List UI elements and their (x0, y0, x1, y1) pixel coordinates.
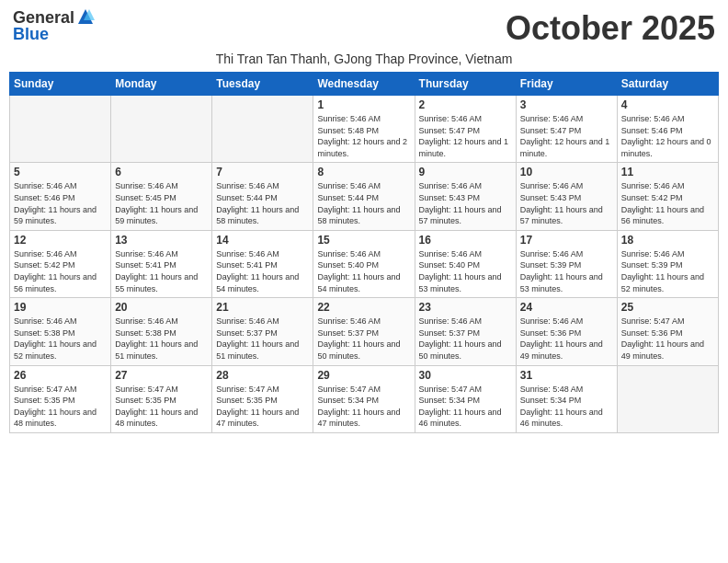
day-number: 18 (621, 234, 714, 247)
subtitle: Thi Tran Tan Thanh, GJong Thap Province,… (9, 52, 719, 66)
day-info: Sunrise: 5:46 AMSunset: 5:48 PMDaylight:… (317, 113, 410, 159)
calendar-cell: 6Sunrise: 5:46 AMSunset: 5:45 PMDaylight… (111, 163, 212, 230)
calendar-cell: 8Sunrise: 5:46 AMSunset: 5:44 PMDaylight… (313, 163, 415, 230)
calendar-cell: 3Sunrise: 5:46 AMSunset: 5:47 PMDaylight… (516, 96, 617, 163)
day-info: Sunrise: 5:46 AMSunset: 5:38 PMDaylight:… (115, 316, 208, 362)
day-number: 10 (520, 166, 613, 178)
day-info: Sunrise: 5:46 AMSunset: 5:40 PMDaylight:… (317, 248, 410, 294)
logo-icon (76, 7, 95, 26)
weekday-header-sunday: Sunday (10, 73, 111, 96)
calendar-week-row: 1Sunrise: 5:46 AMSunset: 5:48 PMDaylight… (10, 96, 719, 163)
day-number: 6 (115, 166, 208, 178)
day-info: Sunrise: 5:46 AMSunset: 5:37 PMDaylight:… (419, 316, 512, 362)
day-info: Sunrise: 5:46 AMSunset: 5:42 PMDaylight:… (621, 180, 714, 226)
day-info: Sunrise: 5:46 AMSunset: 5:39 PMDaylight:… (520, 248, 613, 294)
day-number: 9 (419, 166, 512, 178)
calendar-cell: 4Sunrise: 5:46 AMSunset: 5:46 PMDaylight… (617, 96, 718, 163)
calendar-cell: 25Sunrise: 5:47 AMSunset: 5:36 PMDayligh… (617, 298, 718, 365)
calendar-week-row: 12Sunrise: 5:46 AMSunset: 5:42 PMDayligh… (10, 230, 719, 297)
day-info: Sunrise: 5:46 AMSunset: 5:41 PMDaylight:… (216, 248, 309, 294)
calendar-cell: 21Sunrise: 5:46 AMSunset: 5:37 PMDayligh… (212, 298, 313, 365)
day-info: Sunrise: 5:46 AMSunset: 5:46 PMDaylight:… (14, 180, 107, 226)
calendar-week-row: 19Sunrise: 5:46 AMSunset: 5:38 PMDayligh… (10, 298, 719, 365)
day-number: 13 (115, 234, 208, 247)
day-info: Sunrise: 5:46 AMSunset: 5:44 PMDaylight:… (317, 180, 410, 226)
day-info: Sunrise: 5:48 AMSunset: 5:34 PMDaylight:… (520, 384, 613, 430)
day-info: Sunrise: 5:47 AMSunset: 5:34 PMDaylight:… (419, 384, 512, 430)
day-info: Sunrise: 5:46 AMSunset: 5:45 PMDaylight:… (115, 180, 208, 226)
calendar-cell: 1Sunrise: 5:46 AMSunset: 5:48 PMDaylight… (313, 96, 415, 163)
logo-blue-text: Blue (13, 26, 49, 42)
weekday-header-saturday: Saturday (617, 73, 718, 96)
day-info: Sunrise: 5:46 AMSunset: 5:41 PMDaylight:… (115, 248, 208, 294)
calendar-cell: 7Sunrise: 5:46 AMSunset: 5:44 PMDaylight… (212, 163, 313, 230)
logo: General Blue (13, 9, 95, 42)
calendar-week-row: 5Sunrise: 5:46 AMSunset: 5:46 PMDaylight… (10, 163, 719, 230)
calendar-cell: 12Sunrise: 5:46 AMSunset: 5:42 PMDayligh… (10, 230, 111, 297)
day-number: 23 (419, 301, 512, 314)
calendar-cell: 15Sunrise: 5:46 AMSunset: 5:40 PMDayligh… (313, 230, 415, 297)
calendar-cell: 16Sunrise: 5:46 AMSunset: 5:40 PMDayligh… (415, 230, 516, 297)
calendar-cell: 5Sunrise: 5:46 AMSunset: 5:46 PMDaylight… (10, 163, 111, 230)
calendar-cell: 30Sunrise: 5:47 AMSunset: 5:34 PMDayligh… (415, 365, 516, 432)
calendar-cell (212, 96, 313, 163)
page-header: General Blue October 2025 (9, 9, 719, 48)
day-info: Sunrise: 5:47 AMSunset: 5:35 PMDaylight:… (14, 384, 107, 430)
day-number: 4 (621, 98, 714, 111)
calendar-cell: 27Sunrise: 5:47 AMSunset: 5:35 PMDayligh… (111, 365, 212, 432)
calendar-cell: 24Sunrise: 5:46 AMSunset: 5:36 PMDayligh… (516, 298, 617, 365)
day-info: Sunrise: 5:46 AMSunset: 5:47 PMDaylight:… (520, 113, 613, 159)
day-number: 28 (216, 369, 309, 382)
calendar-cell (111, 96, 212, 163)
calendar-cell: 22Sunrise: 5:46 AMSunset: 5:37 PMDayligh… (313, 298, 415, 365)
day-number: 25 (621, 301, 714, 314)
day-number: 26 (14, 369, 107, 382)
calendar-cell: 26Sunrise: 5:47 AMSunset: 5:35 PMDayligh… (10, 365, 111, 432)
calendar-cell (617, 365, 718, 432)
calendar-cell: 10Sunrise: 5:46 AMSunset: 5:43 PMDayligh… (516, 163, 617, 230)
day-info: Sunrise: 5:46 AMSunset: 5:46 PMDaylight:… (621, 113, 714, 159)
calendar-week-row: 26Sunrise: 5:47 AMSunset: 5:35 PMDayligh… (10, 365, 719, 432)
day-info: Sunrise: 5:47 AMSunset: 5:35 PMDaylight:… (216, 384, 309, 430)
day-info: Sunrise: 5:46 AMSunset: 5:40 PMDaylight:… (419, 248, 512, 294)
day-info: Sunrise: 5:46 AMSunset: 5:39 PMDaylight:… (621, 248, 714, 294)
day-number: 11 (621, 166, 714, 178)
weekday-header-tuesday: Tuesday (212, 73, 313, 96)
weekday-header-monday: Monday (111, 73, 212, 96)
day-number: 2 (419, 98, 512, 111)
day-info: Sunrise: 5:46 AMSunset: 5:44 PMDaylight:… (216, 180, 309, 226)
day-info: Sunrise: 5:47 AMSunset: 5:34 PMDaylight:… (317, 384, 410, 430)
calendar-cell: 29Sunrise: 5:47 AMSunset: 5:34 PMDayligh… (313, 365, 415, 432)
weekday-header-thursday: Thursday (415, 73, 516, 96)
day-number: 8 (317, 166, 410, 178)
day-number: 20 (115, 301, 208, 314)
calendar-cell: 9Sunrise: 5:46 AMSunset: 5:43 PMDaylight… (415, 163, 516, 230)
day-info: Sunrise: 5:47 AMSunset: 5:35 PMDaylight:… (115, 384, 208, 430)
day-info: Sunrise: 5:46 AMSunset: 5:47 PMDaylight:… (419, 113, 512, 159)
day-number: 14 (216, 234, 309, 247)
calendar-cell: 28Sunrise: 5:47 AMSunset: 5:35 PMDayligh… (212, 365, 313, 432)
day-info: Sunrise: 5:47 AMSunset: 5:36 PMDaylight:… (621, 316, 714, 362)
day-number: 3 (520, 98, 613, 111)
day-number: 5 (14, 166, 107, 178)
day-number: 7 (216, 166, 309, 178)
calendar-cell: 31Sunrise: 5:48 AMSunset: 5:34 PMDayligh… (516, 365, 617, 432)
day-number: 1 (317, 98, 410, 111)
calendar-cell: 11Sunrise: 5:46 AMSunset: 5:42 PMDayligh… (617, 163, 718, 230)
day-number: 17 (520, 234, 613, 247)
calendar-table: SundayMondayTuesdayWednesdayThursdayFrid… (9, 72, 719, 433)
calendar-cell (10, 96, 111, 163)
day-info: Sunrise: 5:46 AMSunset: 5:36 PMDaylight:… (520, 316, 613, 362)
day-number: 19 (14, 301, 107, 314)
day-number: 31 (520, 369, 613, 382)
day-info: Sunrise: 5:46 AMSunset: 5:38 PMDaylight:… (14, 316, 107, 362)
day-number: 30 (419, 369, 512, 382)
day-number: 15 (317, 234, 410, 247)
calendar-cell: 2Sunrise: 5:46 AMSunset: 5:47 PMDaylight… (415, 96, 516, 163)
calendar-cell: 14Sunrise: 5:46 AMSunset: 5:41 PMDayligh… (212, 230, 313, 297)
day-info: Sunrise: 5:46 AMSunset: 5:37 PMDaylight:… (216, 316, 309, 362)
calendar-header-row: SundayMondayTuesdayWednesdayThursdayFrid… (10, 73, 719, 96)
calendar-cell: 19Sunrise: 5:46 AMSunset: 5:38 PMDayligh… (10, 298, 111, 365)
day-number: 27 (115, 369, 208, 382)
day-number: 29 (317, 369, 410, 382)
